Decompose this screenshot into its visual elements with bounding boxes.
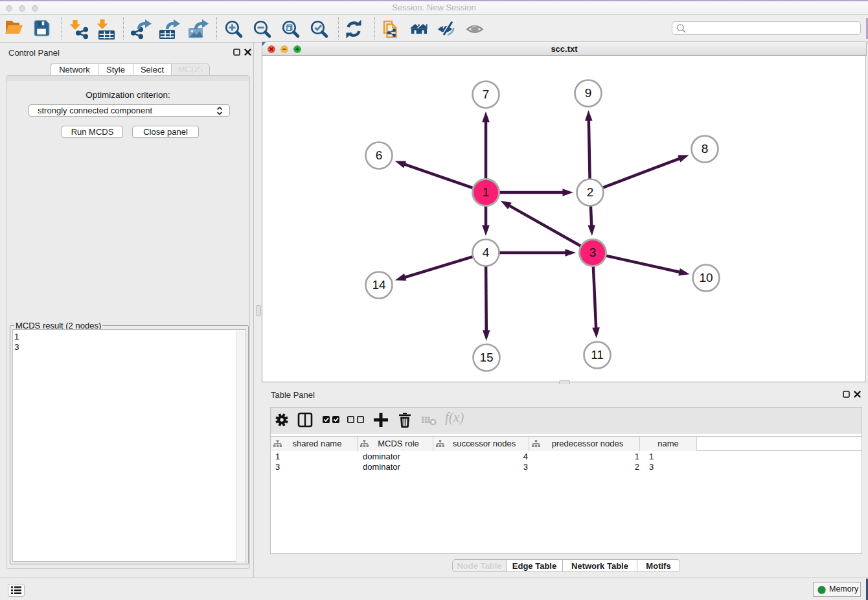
svg-text:1: 1 (483, 185, 490, 199)
svg-text:3: 3 (589, 246, 597, 259)
svg-text:8: 8 (702, 142, 709, 156)
svg-text:2: 2 (587, 185, 594, 199)
svg-text:4: 4 (483, 246, 490, 259)
svg-text:11: 11 (591, 348, 604, 362)
svg-text:14: 14 (372, 278, 386, 292)
svg-text:9: 9 (585, 86, 592, 100)
svg-text:7: 7 (483, 87, 490, 101)
svg-text:6: 6 (376, 148, 383, 162)
svg-text:10: 10 (699, 271, 713, 284)
svg-text:15: 15 (479, 351, 493, 364)
